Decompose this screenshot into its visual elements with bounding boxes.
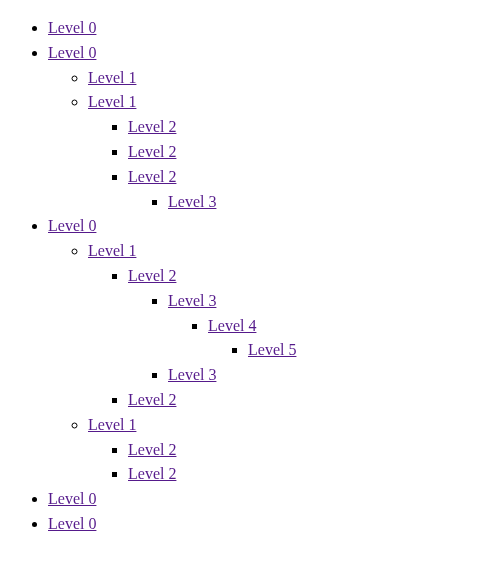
nav-link-level-1[interactable]: Level 1 (88, 416, 136, 433)
nav-link-level-2[interactable]: Level 2 (128, 391, 176, 408)
nav-sublist-level-2: Level 2Level 3Level 4Level 5Level 3Level… (88, 264, 500, 413)
nav-link-level-1[interactable]: Level 1 (88, 69, 136, 86)
nav-item-level-0: Level 0Level 1Level 2Level 3Level 4Level… (48, 214, 500, 487)
nav-item-level-3: Level 3Level 4Level 5 (168, 289, 500, 363)
nav-link-level-2[interactable]: Level 2 (128, 168, 176, 185)
nav-root: Level 0Level 0Level 1Level 1Level 2Level… (8, 16, 500, 537)
nav-item-level-1: Level 1Level 2Level 3Level 4Level 5Level… (88, 239, 500, 413)
nav-link-level-5[interactable]: Level 5 (248, 341, 296, 358)
nav-item-level-3: Level 3 (168, 190, 500, 215)
nav-item-level-2: Level 2 (128, 462, 500, 487)
nav-link-level-3[interactable]: Level 3 (168, 366, 216, 383)
nav-item-level-1: Level 1 (88, 66, 500, 91)
nav-sublist-level-1: Level 1Level 2Level 3Level 4Level 5Level… (48, 239, 500, 487)
nav-link-level-0[interactable]: Level 0 (48, 217, 96, 234)
nav-item-level-2: Level 2Level 3 (128, 165, 500, 215)
nav-item-level-0: Level 0Level 1Level 1Level 2Level 2Level… (48, 41, 500, 215)
nav-link-level-2[interactable]: Level 2 (128, 267, 176, 284)
nav-item-level-3: Level 3 (168, 363, 500, 388)
nav-link-level-3[interactable]: Level 3 (168, 193, 216, 210)
nav-sublist-level-4: Level 4Level 5 (168, 314, 500, 364)
nav-item-level-0: Level 0 (48, 16, 500, 41)
nav-item-level-0: Level 0 (48, 512, 500, 537)
nav-item-level-1: Level 1Level 2Level 2 (88, 413, 500, 487)
nav-link-level-2[interactable]: Level 2 (128, 118, 176, 135)
nav-item-level-2: Level 2Level 3Level 4Level 5Level 3 (128, 264, 500, 388)
nav-item-level-1: Level 1Level 2Level 2Level 2Level 3 (88, 90, 500, 214)
nav-item-level-2: Level 2 (128, 115, 500, 140)
nav-link-level-4[interactable]: Level 4 (208, 317, 256, 334)
nav-link-level-2[interactable]: Level 2 (128, 143, 176, 160)
nav-item-level-4: Level 4Level 5 (208, 314, 500, 364)
nav-sublist-level-2: Level 2Level 2 (88, 438, 500, 488)
nav-link-level-0[interactable]: Level 0 (48, 19, 96, 36)
nav-item-level-2: Level 2 (128, 388, 500, 413)
nav-item-level-5: Level 5 (248, 338, 500, 363)
nav-sublist-level-1: Level 1Level 1Level 2Level 2Level 2Level… (48, 66, 500, 215)
nav-link-level-1[interactable]: Level 1 (88, 242, 136, 259)
nav-link-level-0[interactable]: Level 0 (48, 44, 96, 61)
nav-link-level-0[interactable]: Level 0 (48, 515, 96, 532)
nav-link-level-2[interactable]: Level 2 (128, 441, 176, 458)
nav-item-level-2: Level 2 (128, 438, 500, 463)
nav-link-level-0[interactable]: Level 0 (48, 490, 96, 507)
nav-link-level-1[interactable]: Level 1 (88, 93, 136, 110)
nav-sublist-level-3: Level 3 (128, 190, 500, 215)
nav-link-level-3[interactable]: Level 3 (168, 292, 216, 309)
nav-sublist-level-2: Level 2Level 2Level 2Level 3 (88, 115, 500, 214)
nav-item-level-0: Level 0 (48, 487, 500, 512)
nav-sublist-level-3: Level 3Level 4Level 5Level 3 (128, 289, 500, 388)
nav-item-level-2: Level 2 (128, 140, 500, 165)
nav-sublist-level-5: Level 5 (208, 338, 500, 363)
nav-link-level-2[interactable]: Level 2 (128, 465, 176, 482)
